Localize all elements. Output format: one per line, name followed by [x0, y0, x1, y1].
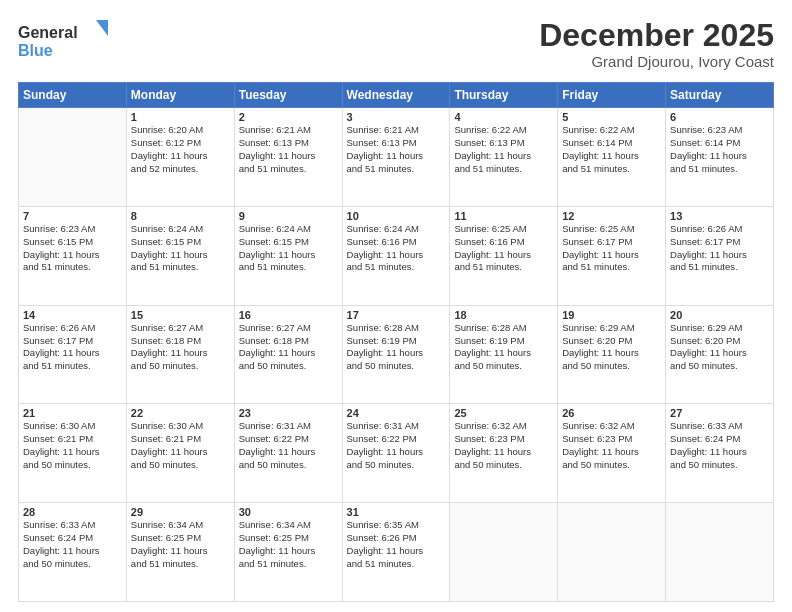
calendar-day-cell: 23Sunrise: 6:31 AMSunset: 6:22 PMDayligh… [234, 404, 342, 503]
day-info: Sunset: 6:22 PM [347, 433, 446, 446]
day-info: Sunrise: 6:33 AM [23, 519, 122, 532]
day-info: and 51 minutes. [239, 558, 338, 571]
calendar-day-header: Friday [558, 83, 666, 108]
day-info: Sunrise: 6:26 AM [670, 223, 769, 236]
day-info: and 50 minutes. [562, 360, 661, 373]
day-info: Sunset: 6:14 PM [670, 137, 769, 150]
day-number: 21 [23, 407, 122, 419]
calendar-day-cell: 3Sunrise: 6:21 AMSunset: 6:13 PMDaylight… [342, 108, 450, 207]
calendar-day-header: Wednesday [342, 83, 450, 108]
day-info: Sunrise: 6:20 AM [131, 124, 230, 137]
day-number: 6 [670, 111, 769, 123]
day-info: Daylight: 11 hours [562, 446, 661, 459]
svg-marker-2 [96, 20, 108, 36]
day-info: Sunrise: 6:31 AM [239, 420, 338, 433]
day-info: and 50 minutes. [23, 558, 122, 571]
day-info: Sunset: 6:24 PM [23, 532, 122, 545]
day-info: and 51 minutes. [239, 163, 338, 176]
day-number: 31 [347, 506, 446, 518]
day-info: Daylight: 11 hours [670, 249, 769, 262]
day-info: Daylight: 11 hours [562, 249, 661, 262]
day-info: Sunset: 6:15 PM [239, 236, 338, 249]
day-info: and 51 minutes. [454, 261, 553, 274]
day-info: and 50 minutes. [670, 459, 769, 472]
calendar-day-cell: 8Sunrise: 6:24 AMSunset: 6:15 PMDaylight… [126, 206, 234, 305]
day-info: Sunrise: 6:34 AM [239, 519, 338, 532]
day-info: Sunset: 6:25 PM [239, 532, 338, 545]
day-info: Sunrise: 6:25 AM [454, 223, 553, 236]
day-info: Sunset: 6:19 PM [347, 335, 446, 348]
day-info: Sunrise: 6:32 AM [562, 420, 661, 433]
day-info: Daylight: 11 hours [347, 347, 446, 360]
day-number: 26 [562, 407, 661, 419]
day-info: Daylight: 11 hours [347, 446, 446, 459]
title-block: December 2025 Grand Djourou, Ivory Coast [539, 18, 774, 70]
day-info: and 51 minutes. [562, 261, 661, 274]
day-info: and 51 minutes. [347, 261, 446, 274]
day-info: Daylight: 11 hours [347, 150, 446, 163]
day-info: Daylight: 11 hours [454, 446, 553, 459]
day-info: Daylight: 11 hours [239, 347, 338, 360]
month-title: December 2025 [539, 18, 774, 53]
day-info: Sunrise: 6:30 AM [23, 420, 122, 433]
day-info: Sunset: 6:16 PM [454, 236, 553, 249]
day-number: 7 [23, 210, 122, 222]
calendar-day-cell [558, 503, 666, 602]
day-number: 29 [131, 506, 230, 518]
day-info: Sunset: 6:22 PM [239, 433, 338, 446]
day-info: Sunset: 6:19 PM [454, 335, 553, 348]
calendar-day-cell: 6Sunrise: 6:23 AMSunset: 6:14 PMDaylight… [666, 108, 774, 207]
day-info: Daylight: 11 hours [239, 446, 338, 459]
day-info: Sunset: 6:24 PM [670, 433, 769, 446]
calendar-day-header: Tuesday [234, 83, 342, 108]
day-info: Daylight: 11 hours [131, 249, 230, 262]
day-info: Daylight: 11 hours [454, 347, 553, 360]
calendar-day-cell: 27Sunrise: 6:33 AMSunset: 6:24 PMDayligh… [666, 404, 774, 503]
calendar-day-cell: 7Sunrise: 6:23 AMSunset: 6:15 PMDaylight… [19, 206, 127, 305]
day-info: Daylight: 11 hours [23, 347, 122, 360]
calendar-day-cell: 15Sunrise: 6:27 AMSunset: 6:18 PMDayligh… [126, 305, 234, 404]
day-info: Sunrise: 6:22 AM [454, 124, 553, 137]
logo-svg: General Blue [18, 18, 108, 62]
day-info: Sunset: 6:21 PM [131, 433, 230, 446]
day-info: Sunset: 6:21 PM [23, 433, 122, 446]
day-info: and 51 minutes. [347, 163, 446, 176]
day-info: Sunrise: 6:24 AM [131, 223, 230, 236]
day-number: 24 [347, 407, 446, 419]
day-info: Sunset: 6:23 PM [454, 433, 553, 446]
day-info: Sunrise: 6:21 AM [347, 124, 446, 137]
day-info: Daylight: 11 hours [239, 545, 338, 558]
day-info: Sunset: 6:16 PM [347, 236, 446, 249]
calendar-table: SundayMondayTuesdayWednesdayThursdayFrid… [18, 82, 774, 602]
day-info: Sunrise: 6:23 AM [23, 223, 122, 236]
svg-text:Blue: Blue [18, 42, 53, 59]
calendar-day-cell [666, 503, 774, 602]
day-info: Sunrise: 6:29 AM [562, 322, 661, 335]
calendar-body: 1Sunrise: 6:20 AMSunset: 6:12 PMDaylight… [19, 108, 774, 602]
day-number: 12 [562, 210, 661, 222]
calendar-day-header: Monday [126, 83, 234, 108]
day-info: Sunrise: 6:23 AM [670, 124, 769, 137]
day-info: and 50 minutes. [239, 360, 338, 373]
calendar-day-cell: 4Sunrise: 6:22 AMSunset: 6:13 PMDaylight… [450, 108, 558, 207]
day-info: Sunset: 6:18 PM [131, 335, 230, 348]
day-info: Daylight: 11 hours [670, 446, 769, 459]
page-header: General Blue December 2025 Grand Djourou… [18, 18, 774, 70]
calendar-day-cell [450, 503, 558, 602]
calendar-day-cell [19, 108, 127, 207]
day-info: Sunset: 6:17 PM [23, 335, 122, 348]
calendar-day-cell: 10Sunrise: 6:24 AMSunset: 6:16 PMDayligh… [342, 206, 450, 305]
calendar-day-cell: 2Sunrise: 6:21 AMSunset: 6:13 PMDaylight… [234, 108, 342, 207]
day-info: and 51 minutes. [131, 261, 230, 274]
day-info: Daylight: 11 hours [347, 545, 446, 558]
day-number: 17 [347, 309, 446, 321]
day-info: Sunrise: 6:33 AM [670, 420, 769, 433]
calendar-header-row: SundayMondayTuesdayWednesdayThursdayFrid… [19, 83, 774, 108]
calendar-week-row: 14Sunrise: 6:26 AMSunset: 6:17 PMDayligh… [19, 305, 774, 404]
day-info: Sunrise: 6:28 AM [347, 322, 446, 335]
day-info: and 51 minutes. [670, 261, 769, 274]
day-info: Sunset: 6:13 PM [239, 137, 338, 150]
day-info: Daylight: 11 hours [454, 150, 553, 163]
location: Grand Djourou, Ivory Coast [539, 53, 774, 70]
day-number: 22 [131, 407, 230, 419]
